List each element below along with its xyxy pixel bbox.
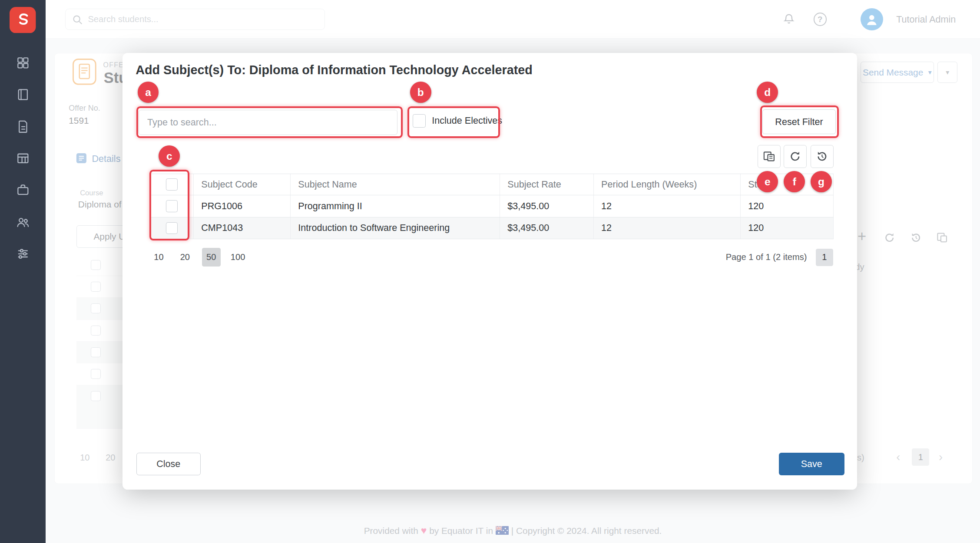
page-number-button[interactable]: 1 [816, 249, 833, 266]
cell-subject-rate: $3,495.00 [500, 195, 594, 217]
book-icon [16, 88, 30, 102]
checkbox-cell [150, 195, 194, 217]
include-electives-toggle[interactable]: Include Electives [413, 114, 503, 127]
sidebar-item-offers[interactable] [0, 111, 46, 142]
close-button[interactable]: Close [136, 453, 201, 475]
row-checkbox[interactable] [166, 200, 178, 212]
subject-search-input[interactable] [139, 110, 397, 135]
page-size-option-100[interactable]: 100 [228, 248, 248, 267]
select-all-checkbox[interactable] [166, 178, 178, 190]
table-row[interactable]: CMP1043 Introduction to Software Enginee… [150, 217, 834, 239]
pager: Page 1 of 1 (2 items) 1 [726, 248, 833, 267]
cell-subject-code: CMP1043 [194, 217, 291, 239]
app-logo[interactable] [10, 7, 36, 36]
screen: ? Tutorial Admin OFFE Stu Offer No. 1591… [0, 0, 980, 543]
cell-subject-name: Programming II [291, 195, 500, 217]
sliders-icon [16, 247, 30, 261]
table-row[interactable]: PRG1006 Programming II $3,495.00 12 120 [150, 195, 834, 217]
add-subjects-modal: Add Subject(s) To: Diploma of Informatio… [122, 53, 857, 490]
sidebar [0, 0, 46, 543]
cell-subject-name: Introduction to Software Engineering [291, 217, 500, 239]
sidebar-item-courses[interactable] [0, 79, 46, 111]
save-button[interactable]: Save [779, 453, 844, 475]
users-icon [16, 215, 30, 229]
column-header-subject-rate[interactable]: Subject Rate [500, 174, 594, 195]
sidebar-item-jobs[interactable] [0, 174, 46, 206]
sidebar-item-dashboard[interactable] [0, 47, 46, 79]
annotation-marker-f: f [784, 171, 805, 192]
logo-icon [10, 7, 36, 33]
revert-icon [816, 150, 828, 163]
table-icon [16, 151, 30, 165]
sidebar-item-users[interactable] [0, 206, 46, 238]
page-size-option-20[interactable]: 20 [175, 248, 194, 267]
table-header-row: Subject Code Subject Name Subject Rate P… [150, 174, 834, 195]
sidebar-item-settings[interactable] [0, 238, 46, 270]
column-header-subject-code[interactable]: Subject Code [194, 174, 291, 195]
page-size-option-50[interactable]: 50 [202, 248, 221, 267]
cell-period-length: 12 [594, 217, 741, 239]
page-size-selector: 10 20 50 100 [149, 248, 248, 267]
briefcase-icon [16, 183, 30, 197]
cell-subject-rate: $3,495.00 [500, 217, 594, 239]
refresh-button[interactable] [784, 145, 807, 168]
reset-filter-button[interactable]: Reset Filter [762, 109, 835, 135]
refresh-icon [789, 150, 801, 163]
cell-subject-code: PRG1006 [194, 195, 291, 217]
select-all-cell [150, 174, 194, 195]
annotation-marker-g: g [811, 171, 832, 192]
column-chooser-button[interactable] [758, 145, 781, 168]
column-header-subject-name[interactable]: Subject Name [291, 174, 500, 195]
grid-icon [16, 56, 30, 70]
cell-period-length: 12 [594, 195, 741, 217]
column-header-period-length[interactable]: Period Length (Weeks) [594, 174, 741, 195]
column-chooser-icon [763, 150, 775, 163]
sidebar-item-tables[interactable] [0, 142, 46, 174]
checkbox-cell [150, 217, 194, 239]
cell-study-hours: 120 [741, 195, 834, 217]
page-info: Page 1 of 1 (2 items) [726, 252, 807, 262]
row-checkbox[interactable] [166, 222, 178, 234]
revert-button[interactable] [811, 145, 834, 168]
modal-title: Add Subject(s) To: Diploma of Informatio… [136, 63, 533, 77]
include-electives-label: Include Electives [432, 115, 502, 126]
page-size-option-10[interactable]: 10 [149, 248, 168, 267]
cell-study-hours: 120 [741, 217, 834, 239]
include-electives-checkbox[interactable] [413, 114, 426, 127]
file-icon [16, 120, 30, 134]
subjects-table: Subject Code Subject Name Subject Rate P… [150, 174, 834, 239]
annotation-marker-b: b [410, 82, 431, 103]
